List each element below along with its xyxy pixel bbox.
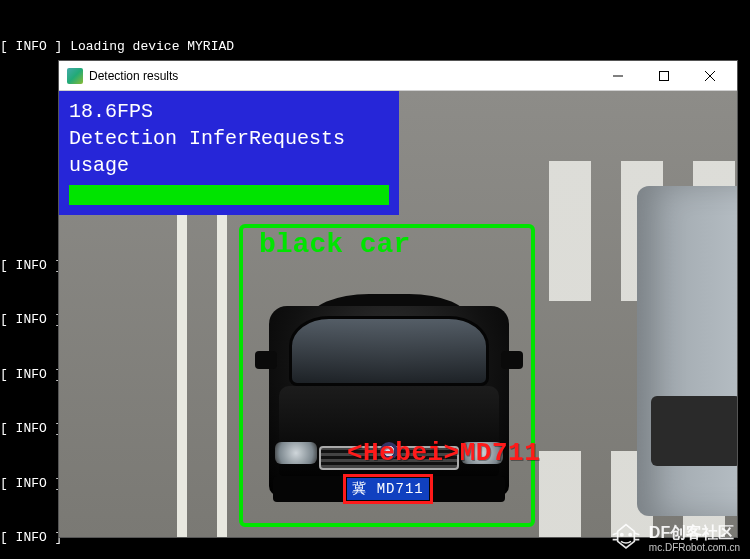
titlebar[interactable]: Detection results [59, 61, 737, 91]
usage-bar [69, 185, 389, 205]
usage-bar-fill [69, 185, 389, 205]
car-class-label: black car [259, 229, 410, 260]
app-icon [67, 68, 83, 84]
fps-value: 18.6FPS [69, 98, 389, 125]
minimize-button[interactable] [595, 61, 641, 91]
watermark-url: mc.DFRobot.com.cn [649, 542, 740, 553]
detection-window: Detection results [58, 60, 738, 538]
log-line: [ INFO ] Loading device MYRIAD [0, 38, 750, 56]
window-title: Detection results [89, 69, 595, 83]
svg-point-1 [620, 533, 624, 537]
watermark-text: DF创客社区 mc.DFRobot.com.cn [649, 523, 740, 553]
usage-label: Detection InferRequests usage [69, 125, 389, 179]
svg-rect-0 [660, 71, 669, 80]
close-button[interactable] [687, 61, 733, 91]
svg-point-2 [628, 533, 632, 537]
watermark: DF创客社区 mc.DFRobot.com.cn [609, 523, 740, 553]
plate-bounding-box [343, 474, 433, 504]
maximize-button[interactable] [641, 61, 687, 91]
dfrobot-logo-icon [609, 523, 643, 553]
watermark-brand: DF创客社区 [649, 524, 734, 541]
fps-hud: 18.6FPS Detection InferRequests usage [59, 91, 399, 215]
parked-van [637, 186, 737, 516]
plate-recognition-label: <Hebei>MD711 [347, 438, 540, 468]
video-viewport: 18.6FPS Detection InferRequests usage bl… [59, 91, 737, 537]
